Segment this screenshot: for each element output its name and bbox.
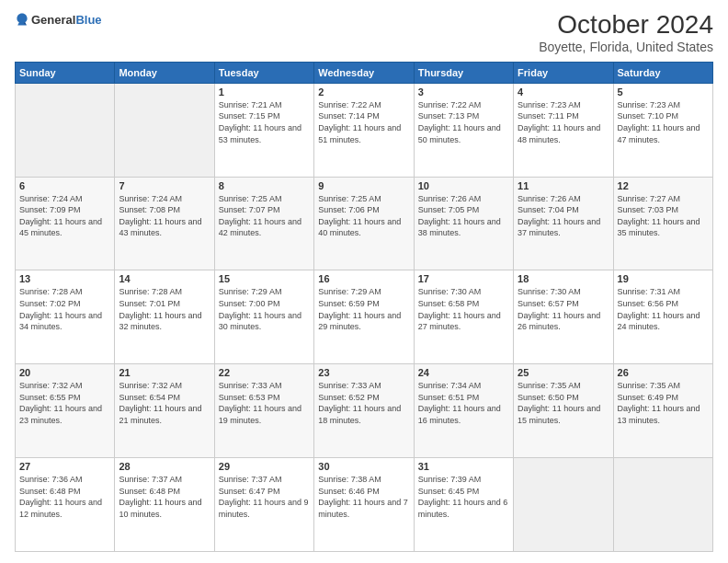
day-info: Sunrise: 7:24 AMSunset: 7:08 PMDaylight:… [119,193,210,239]
day-number: 6 [19,180,110,191]
day-info: Sunrise: 7:32 AMSunset: 6:54 PMDaylight:… [119,380,210,426]
calendar-cell: 4Sunrise: 7:23 AMSunset: 7:11 PMDaylight… [514,83,613,177]
day-number: 4 [518,86,609,98]
calendar-row-0: 1Sunrise: 7:21 AMSunset: 7:15 PMDaylight… [16,83,713,177]
day-number: 26 [618,367,709,378]
day-info: Sunrise: 7:28 AMSunset: 7:01 PMDaylight:… [119,286,210,332]
calendar-row-3: 20Sunrise: 7:32 AMSunset: 6:55 PMDayligh… [16,364,713,458]
day-number: 2 [318,86,409,98]
calendar-cell: 22Sunrise: 7:33 AMSunset: 6:53 PMDayligh… [214,364,313,458]
day-number: 28 [119,461,210,472]
calendar-cell: 14Sunrise: 7:28 AMSunset: 7:01 PMDayligh… [115,270,214,364]
calendar-cell: 29Sunrise: 7:37 AMSunset: 6:47 PMDayligh… [214,458,313,552]
day-number: 12 [618,180,709,191]
day-info: Sunrise: 7:33 AMSunset: 6:52 PMDaylight:… [318,380,409,426]
day-number: 27 [19,461,110,472]
calendar-cell: 15Sunrise: 7:29 AMSunset: 7:00 PMDayligh… [214,270,313,364]
header: GeneralBlue October 2024 Boyette, Florid… [15,11,713,54]
day-info: Sunrise: 7:28 AMSunset: 7:02 PMDaylight:… [19,286,110,332]
page-title: October 2024 [539,11,713,40]
day-info: Sunrise: 7:38 AMSunset: 6:46 PMDaylight:… [318,474,409,520]
day-info: Sunrise: 7:29 AMSunset: 7:00 PMDaylight:… [219,286,310,332]
day-number: 25 [518,367,609,378]
day-info: Sunrise: 7:24 AMSunset: 7:09 PMDaylight:… [19,193,110,239]
calendar-cell [514,458,613,552]
day-info: Sunrise: 7:26 AMSunset: 7:04 PMDaylight:… [518,193,609,239]
calendar-cell: 3Sunrise: 7:22 AMSunset: 7:13 PMDaylight… [414,83,513,177]
day-info: Sunrise: 7:34 AMSunset: 6:51 PMDaylight:… [418,380,509,426]
calendar-cell: 5Sunrise: 7:23 AMSunset: 7:10 PMDaylight… [613,83,712,177]
day-info: Sunrise: 7:36 AMSunset: 6:48 PMDaylight:… [19,474,110,520]
day-number: 17 [418,273,509,284]
calendar-cell: 7Sunrise: 7:24 AMSunset: 7:08 PMDaylight… [115,177,214,270]
day-number: 20 [19,367,110,378]
day-info: Sunrise: 7:37 AMSunset: 6:47 PMDaylight:… [219,474,310,520]
day-number: 8 [219,180,310,191]
day-number: 3 [418,86,509,98]
calendar-cell: 23Sunrise: 7:33 AMSunset: 6:52 PMDayligh… [314,364,414,458]
calendar-row-2: 13Sunrise: 7:28 AMSunset: 7:02 PMDayligh… [16,270,713,364]
logo-text: GeneralBlue [31,11,102,28]
day-info: Sunrise: 7:30 AMSunset: 6:58 PMDaylight:… [418,286,509,332]
calendar-cell: 11Sunrise: 7:26 AMSunset: 7:04 PMDayligh… [514,177,613,270]
calendar-cell: 26Sunrise: 7:35 AMSunset: 6:49 PMDayligh… [613,364,712,458]
day-info: Sunrise: 7:27 AMSunset: 7:03 PMDaylight:… [618,193,709,239]
calendar-row-4: 27Sunrise: 7:36 AMSunset: 6:48 PMDayligh… [16,458,713,552]
day-number: 1 [219,86,310,98]
calendar-table: SundayMondayTuesdayWednesdayThursdayFrid… [15,62,713,552]
calendar-cell: 6Sunrise: 7:24 AMSunset: 7:09 PMDaylight… [16,177,115,270]
calendar-cell: 24Sunrise: 7:34 AMSunset: 6:51 PMDayligh… [414,364,513,458]
day-number: 23 [318,367,409,378]
day-info: Sunrise: 7:22 AMSunset: 7:14 PMDaylight:… [318,99,409,145]
calendar-cell [613,458,712,552]
calendar-cell: 20Sunrise: 7:32 AMSunset: 6:55 PMDayligh… [16,364,115,458]
calendar-cell: 2Sunrise: 7:22 AMSunset: 7:14 PMDaylight… [314,83,414,177]
page: GeneralBlue October 2024 Boyette, Florid… [0,0,728,563]
day-info: Sunrise: 7:35 AMSunset: 6:49 PMDaylight:… [618,380,709,426]
logo: GeneralBlue [15,11,102,28]
page-subtitle: Boyette, Florida, United States [539,40,713,54]
day-number: 29 [219,461,310,472]
day-info: Sunrise: 7:31 AMSunset: 6:56 PMDaylight:… [618,286,709,332]
header-cell-tuesday: Tuesday [214,62,313,83]
header-cell-sunday: Sunday [16,62,115,83]
day-info: Sunrise: 7:25 AMSunset: 7:07 PMDaylight:… [219,193,310,239]
calendar-cell: 18Sunrise: 7:30 AMSunset: 6:57 PMDayligh… [514,270,613,364]
calendar-cell: 9Sunrise: 7:25 AMSunset: 7:06 PMDaylight… [314,177,414,270]
calendar-cell: 27Sunrise: 7:36 AMSunset: 6:48 PMDayligh… [16,458,115,552]
header-cell-monday: Monday [115,62,214,83]
calendar-cell: 28Sunrise: 7:37 AMSunset: 6:48 PMDayligh… [115,458,214,552]
day-number: 24 [418,367,509,378]
title-block: October 2024 Boyette, Florida, United St… [539,11,713,54]
calendar-cell: 30Sunrise: 7:38 AMSunset: 6:46 PMDayligh… [314,458,414,552]
calendar-cell: 13Sunrise: 7:28 AMSunset: 7:02 PMDayligh… [16,270,115,364]
calendar-cell: 31Sunrise: 7:39 AMSunset: 6:45 PMDayligh… [414,458,513,552]
calendar-cell: 25Sunrise: 7:35 AMSunset: 6:50 PMDayligh… [514,364,613,458]
day-info: Sunrise: 7:25 AMSunset: 7:06 PMDaylight:… [318,193,409,239]
calendar-row-1: 6Sunrise: 7:24 AMSunset: 7:09 PMDaylight… [16,177,713,270]
logo-icon [15,12,29,27]
calendar-cell: 21Sunrise: 7:32 AMSunset: 6:54 PMDayligh… [115,364,214,458]
calendar-cell: 17Sunrise: 7:30 AMSunset: 6:58 PMDayligh… [414,270,513,364]
calendar-cell: 1Sunrise: 7:21 AMSunset: 7:15 PMDaylight… [214,83,313,177]
calendar-cell [16,83,115,177]
day-info: Sunrise: 7:39 AMSunset: 6:45 PMDaylight:… [418,474,509,520]
day-number: 5 [618,86,709,98]
day-info: Sunrise: 7:21 AMSunset: 7:15 PMDaylight:… [219,99,310,145]
calendar-cell: 8Sunrise: 7:25 AMSunset: 7:07 PMDaylight… [214,177,313,270]
day-number: 7 [119,180,210,191]
day-info: Sunrise: 7:32 AMSunset: 6:55 PMDaylight:… [19,380,110,426]
day-number: 10 [418,180,509,191]
day-info: Sunrise: 7:23 AMSunset: 7:10 PMDaylight:… [618,99,709,145]
day-info: Sunrise: 7:33 AMSunset: 6:53 PMDaylight:… [219,380,310,426]
header-cell-saturday: Saturday [613,62,712,83]
header-cell-thursday: Thursday [414,62,513,83]
day-info: Sunrise: 7:30 AMSunset: 6:57 PMDaylight:… [518,286,609,332]
day-info: Sunrise: 7:26 AMSunset: 7:05 PMDaylight:… [418,193,509,239]
calendar-cell: 19Sunrise: 7:31 AMSunset: 6:56 PMDayligh… [613,270,712,364]
day-number: 21 [119,367,210,378]
day-number: 22 [219,367,310,378]
day-info: Sunrise: 7:23 AMSunset: 7:11 PMDaylight:… [518,99,609,145]
day-number: 31 [418,461,509,472]
day-number: 13 [19,273,110,284]
